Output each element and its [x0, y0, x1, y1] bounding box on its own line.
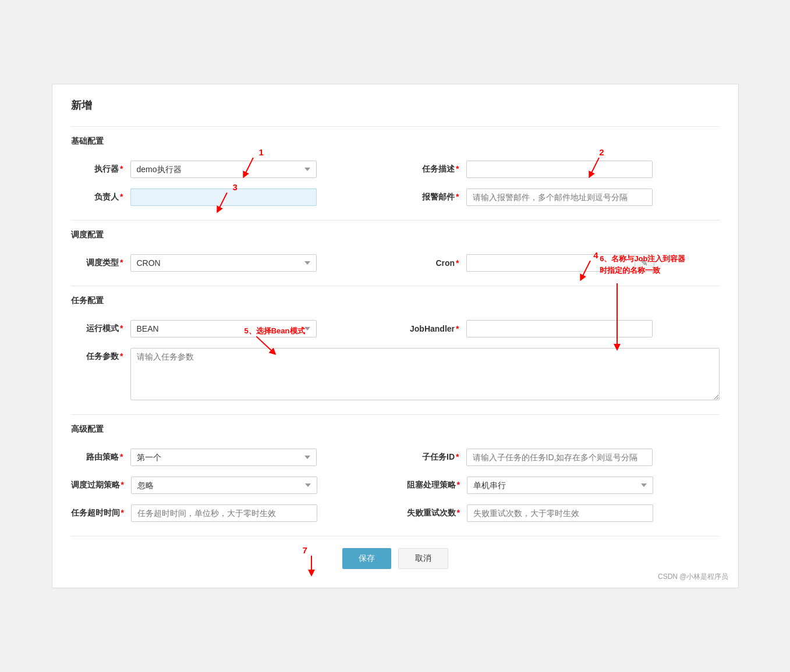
expire-select[interactable]: 忽略: [131, 477, 317, 494]
responsible-label: 负责人: [71, 192, 123, 202]
alert-email-label: 报警邮件: [407, 192, 459, 202]
task-desc-group: 任务描述 class job: [407, 161, 720, 178]
alert-email-group: 报警邮件: [407, 189, 720, 206]
run-mode-group: 运行模式 BEAN: [71, 320, 384, 337]
basic-config-section: 基础配置 执行器 demo执行器 任务描述 class job 负责人 xiao…: [71, 126, 720, 206]
retry-label: 失败重试次数: [407, 508, 460, 518]
executor-label: 执行器: [71, 164, 123, 175]
retry-input[interactable]: [467, 504, 653, 522]
job-handler-input[interactable]: MyXxlJob: [466, 320, 653, 337]
schedule-config-title: 调度配置: [71, 230, 720, 245]
run-mode-label: 运行模式: [71, 323, 123, 334]
cancel-button[interactable]: 取消: [398, 548, 448, 569]
schedule-type-label: 调度类型: [71, 258, 123, 268]
job-handler-label: JobHandler: [407, 324, 459, 333]
task-config-title: 任务配置: [71, 296, 720, 311]
timeout-input[interactable]: [131, 504, 317, 522]
executor-select[interactable]: demo执行器: [130, 161, 317, 178]
cron-edit-button[interactable]: ✎: [635, 254, 654, 272]
advanced-row-2: 调度过期策略 忽略 阻塞处理策略 单机串行: [71, 477, 720, 494]
save-button[interactable]: 保存: [342, 548, 391, 569]
timeout-label: 任务超时时间: [71, 508, 124, 518]
task-config-section: 任务配置 运行模式 BEAN JobHandler MyXxlJob 任务参数: [71, 286, 720, 400]
schedule-type-group: 调度类型 CRON: [71, 254, 384, 272]
watermark: CSDN @小林是程序员: [658, 572, 729, 582]
block-label: 阻塞处理策略: [407, 480, 460, 490]
task-params-input[interactable]: [130, 348, 720, 400]
cron-label: Cron: [407, 258, 459, 268]
advanced-config-section: 高级配置 路由策略 第一个 子任务ID 调度过期策略 忽略: [71, 414, 720, 522]
task-params-group: 任务参数: [71, 348, 720, 400]
schedule-type-select[interactable]: CRON: [130, 254, 317, 272]
alert-email-input[interactable]: [466, 189, 653, 206]
expire-label: 调度过期策略: [71, 480, 124, 490]
cron-input-group: 30 * * * * ? ✎: [466, 254, 720, 272]
basic-row-1: 执行器 demo执行器 任务描述 class job: [71, 161, 720, 178]
subtask-input[interactable]: [466, 449, 653, 466]
block-select[interactable]: 单机串行: [467, 477, 653, 494]
route-select[interactable]: 第一个: [130, 449, 317, 466]
responsible-group: 负责人 xiaolin: [71, 189, 384, 206]
run-mode-select[interactable]: BEAN: [130, 320, 317, 337]
task-row-1: 运行模式 BEAN JobHandler MyXxlJob: [71, 320, 720, 337]
page-title: 新增: [71, 98, 720, 112]
timeout-group: 任务超时时间: [71, 504, 384, 522]
responsible-input[interactable]: xiaolin: [130, 189, 317, 206]
job-handler-group: JobHandler MyXxlJob: [407, 320, 720, 337]
cron-input[interactable]: 30 * * * * ?: [466, 254, 635, 272]
basic-row-2: 负责人 xiaolin 报警邮件: [71, 189, 720, 206]
task-desc-label: 任务描述: [407, 164, 459, 175]
route-group: 路由策略 第一个: [71, 449, 384, 466]
schedule-config-section: 调度配置 调度类型 CRON Cron 30 * * * * ? ✎: [71, 220, 720, 272]
route-label: 路由策略: [71, 452, 123, 463]
task-desc-input[interactable]: class job: [466, 161, 653, 178]
advanced-row-1: 路由策略 第一个 子任务ID: [71, 449, 720, 466]
block-group: 阻塞处理策略 单机串行: [407, 477, 720, 494]
advanced-row-3: 任务超时时间 失败重试次数: [71, 504, 720, 522]
expire-group: 调度过期策略 忽略: [71, 477, 384, 494]
task-params-label: 任务参数: [71, 348, 123, 362]
retry-group: 失败重试次数: [407, 504, 720, 522]
executor-group: 执行器 demo执行器: [71, 161, 384, 178]
basic-config-title: 基础配置: [71, 136, 720, 151]
subtask-label: 子任务ID: [407, 452, 459, 463]
schedule-row-1: 调度类型 CRON Cron 30 * * * * ? ✎: [71, 254, 720, 272]
advanced-config-title: 高级配置: [71, 424, 720, 439]
footer: 保存 取消: [71, 536, 720, 569]
subtask-group: 子任务ID: [407, 449, 720, 466]
cron-group: Cron 30 * * * * ? ✎: [407, 254, 720, 272]
task-row-2: 任务参数: [71, 348, 720, 400]
